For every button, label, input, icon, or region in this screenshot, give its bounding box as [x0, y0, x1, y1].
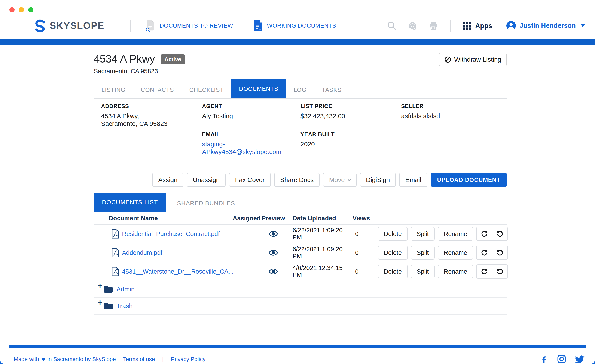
heart-icon: ♥ — [41, 355, 45, 363]
tab-contacts[interactable]: CONTACTS — [133, 82, 182, 98]
share-docs-button[interactable]: Share Docs — [274, 173, 320, 187]
document-link[interactable]: Residential_Purchase_Contract.pdf — [122, 230, 220, 237]
tab-documents-list[interactable]: DOCUMENTS LIST — [94, 193, 166, 212]
minimize-window-button[interactable] — [19, 7, 24, 12]
preview-eye-icon[interactable] — [261, 230, 286, 238]
nav-working-documents-label: WORKING DOCUMENTS — [267, 22, 336, 29]
rename-button[interactable]: Rename — [438, 246, 473, 259]
document-link[interactable]: 4531__Waterstone_Dr__Roseville_CA... — [122, 268, 234, 275]
tab-tasks[interactable]: TASKS — [314, 82, 349, 98]
rename-button[interactable]: Rename — [438, 265, 473, 278]
email-link[interactable]: staging-APkwy4534@skyslope.com — [202, 140, 300, 156]
folder-row-admin[interactable]: + Admin — [94, 281, 507, 298]
folder-label[interactable]: Admin — [116, 286, 135, 293]
rotate-clockwise-icon[interactable] — [477, 227, 492, 241]
address-line2: Sacramento, CA 95823 — [101, 120, 167, 127]
documents-subtabs: DOCUMENTS LIST SHARED BUNDLES — [94, 193, 507, 212]
expand-folder-icon[interactable]: + — [98, 281, 102, 291]
user-menu-button[interactable]: Justin Henderson — [506, 21, 585, 31]
property-details: ADDRESS 4534 A Pkwy, Sacramento, CA 9582… — [94, 99, 507, 161]
rotate-counterclockwise-icon[interactable] — [492, 265, 507, 278]
table-row: Addendum.pdf 6/22/2021 1:09:20 PM 0 Dele… — [94, 243, 507, 262]
preview-eye-icon[interactable] — [261, 249, 286, 257]
search-icon[interactable] — [387, 21, 396, 30]
withdraw-listing-label: Withdraw Listing — [454, 56, 501, 63]
delete-button[interactable]: Delete — [378, 265, 408, 278]
rotate-clockwise-icon[interactable] — [477, 265, 492, 278]
digisign-button[interactable]: DigiSign — [360, 173, 396, 187]
block-icon — [444, 56, 451, 63]
col-header-document-name: Document Name — [107, 215, 233, 222]
unassign-button[interactable]: Unassign — [187, 173, 226, 187]
folder-icon — [103, 302, 113, 310]
expand-folder-icon[interactable]: + — [98, 298, 102, 307]
status-badge: Active — [161, 54, 185, 64]
document-actions: Assign Unassign Fax Cover Share Docs Mov… — [94, 173, 507, 187]
delete-button[interactable]: Delete — [378, 227, 408, 241]
avatar — [506, 21, 516, 31]
property-subtitle: Sacramento, CA 95823 — [94, 68, 185, 75]
field-seller: SELLER asfdsfs sfsfsd — [401, 103, 507, 128]
pdf-file-icon — [111, 248, 120, 257]
rotate-clockwise-icon[interactable] — [477, 246, 492, 259]
assign-button[interactable]: Assign — [152, 173, 184, 187]
tab-listing[interactable]: LISTING — [94, 82, 133, 98]
made-with-text: Made with ♥ in Sacramento by SkySlope — [14, 355, 116, 363]
split-button[interactable]: Split — [411, 246, 435, 259]
twitter-icon[interactable] — [575, 354, 585, 364]
nav-documents-to-review-label: DOCUMENTS TO REVIEW — [160, 22, 233, 29]
instagram-icon[interactable] — [557, 354, 566, 364]
col-header-assigned: Assigned — [233, 215, 261, 222]
email-button[interactable]: Email — [399, 173, 427, 187]
brand-name: SKYSLOPE — [50, 20, 105, 31]
close-window-button[interactable] — [9, 7, 14, 12]
rotate-counterclockwise-icon[interactable] — [492, 246, 507, 259]
document-link[interactable]: Addendum.pdf — [122, 249, 163, 256]
footer-link-divider: | — [162, 356, 164, 363]
skyslope-logo[interactable]: SKYSLOPE — [34, 20, 105, 32]
apps-menu-button[interactable]: Apps — [463, 21, 492, 30]
header-divider — [130, 20, 131, 32]
support-icon[interactable] — [408, 21, 417, 31]
pdf-file-icon — [111, 267, 120, 276]
table-row: Residential_Purchase_Contract.pdf 6/22/2… — [94, 225, 507, 243]
split-button[interactable]: Split — [411, 265, 435, 278]
col-header-views: Views — [353, 215, 374, 222]
row-checkbox[interactable] — [98, 269, 99, 274]
app-window: SKYSLOPE DOCUMENTS TO REVIEW — [0, 0, 595, 364]
rotate-counterclockwise-icon[interactable] — [492, 227, 507, 241]
withdraw-listing-button[interactable]: Withdraw Listing — [439, 53, 507, 66]
tab-checklist[interactable]: CHECKLIST — [182, 82, 232, 98]
document-review-icon — [146, 20, 155, 32]
nav-documents-to-review[interactable]: DOCUMENTS TO REVIEW — [146, 20, 233, 32]
preview-eye-icon[interactable] — [261, 267, 286, 276]
folder-row-trash[interactable]: + Trash — [94, 298, 507, 314]
folder-icon — [103, 285, 113, 293]
tab-documents[interactable]: DOCUMENTS — [231, 79, 286, 98]
move-dropdown[interactable]: Move — [323, 173, 356, 187]
fax-cover-button[interactable]: Fax Cover — [229, 173, 270, 187]
zoom-window-button[interactable] — [28, 7, 33, 12]
delete-button[interactable]: Delete — [378, 246, 408, 259]
print-icon[interactable] — [428, 21, 438, 30]
row-checkbox[interactable] — [98, 231, 99, 236]
page-footer: Made with ♥ in Sacramento by SkySlope Te… — [0, 345, 595, 364]
row-checkbox[interactable] — [98, 250, 99, 255]
privacy-policy-link[interactable]: Privacy Policy — [171, 356, 205, 363]
nav-working-documents[interactable]: WORKING DOCUMENTS — [254, 20, 336, 31]
tab-log[interactable]: LOG — [286, 82, 314, 98]
terms-of-use-link[interactable]: Terms of use — [123, 356, 155, 363]
app-header: SKYSLOPE DOCUMENTS TO REVIEW — [0, 12, 595, 39]
upload-document-button[interactable]: UPLOAD DOCUMENT — [431, 173, 507, 187]
list-price-value: $32,423,432.00 — [300, 112, 401, 120]
tab-shared-bundles[interactable]: SHARED BUNDLES — [166, 195, 246, 212]
folder-label[interactable]: Trash — [116, 302, 133, 310]
property-tabs: LISTING CONTACTS CHECKLIST DOCUMENTS LOG… — [94, 79, 507, 99]
split-button[interactable]: Split — [411, 227, 435, 241]
rename-button[interactable]: Rename — [438, 227, 473, 241]
views-cell: 0 — [353, 268, 374, 275]
facebook-icon[interactable] — [540, 355, 548, 363]
spacer-cell — [101, 131, 202, 156]
spacer-cell — [401, 131, 507, 156]
field-email: EMAIL staging-APkwy4534@skyslope.com — [202, 131, 300, 156]
